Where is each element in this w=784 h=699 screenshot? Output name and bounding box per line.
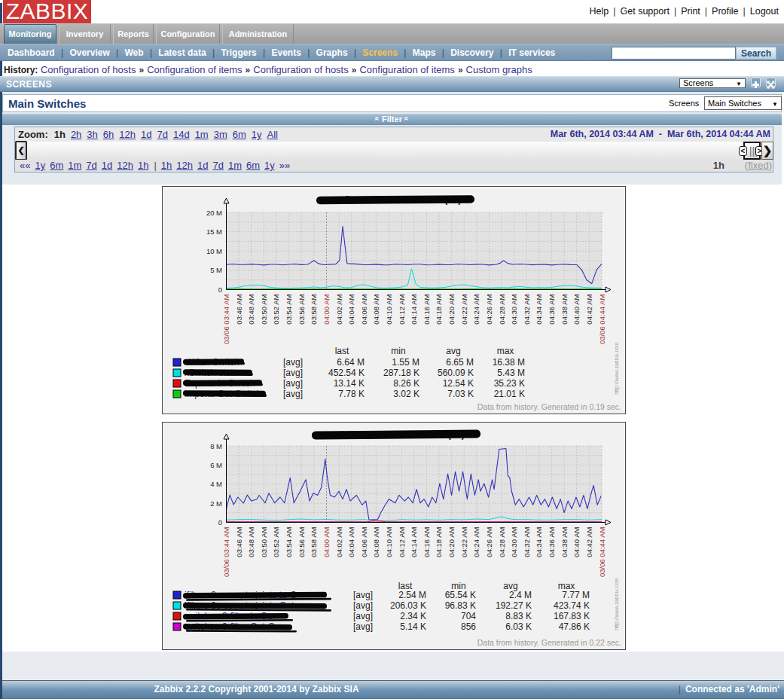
svg-text:206.03 K: 206.03 K	[390, 600, 426, 611]
svg-text:03:58 AM: 03:58 AM	[310, 527, 318, 557]
svg-text:min: min	[391, 346, 405, 356]
svg-text:2.34 K: 2.34 K	[400, 611, 426, 621]
svg-text:03:54 AM: 03:54 AM	[285, 527, 293, 557]
svg-text:5.14 K: 5.14 K	[400, 621, 426, 632]
svg-text:04:08 AM: 04:08 AM	[372, 527, 380, 557]
svg-text:04:10 AM: 04:10 AM	[385, 527, 393, 557]
svg-text:04:26 AM: 04:26 AM	[485, 527, 493, 557]
svg-text:03:54 AM: 03:54 AM	[285, 294, 293, 324]
svg-text:03:52 AM: 03:52 AM	[272, 294, 280, 324]
svg-text:03:56 AM: 03:56 AM	[297, 294, 306, 324]
svg-text:560.09 K: 560.09 K	[438, 368, 474, 378]
svg-text:423.74 K: 423.74 K	[554, 600, 590, 611]
svg-text:04:00 AM: 04:00 AM	[322, 294, 331, 324]
svg-text:last: last	[335, 346, 349, 356]
svg-text:16.38 M: 16.38 M	[493, 357, 525, 368]
svg-text:7.77 M: 7.77 M	[562, 590, 590, 600]
svg-text:03:50 AM: 03:50 AM	[260, 294, 268, 324]
svg-text:96.83 K: 96.83 K	[445, 600, 476, 611]
svg-text:04:40 AM: 04:40 AM	[572, 527, 581, 557]
svg-text:04:32 AM: 04:32 AM	[523, 294, 531, 324]
svg-text:452.54 K: 452.54 K	[328, 368, 365, 378]
svg-text:1.55 M: 1.55 M	[392, 357, 419, 368]
svg-text:03:48 AM: 03:48 AM	[247, 527, 255, 557]
svg-text:04:14 AM: 04:14 AM	[410, 294, 418, 324]
svg-text:13.14 K: 13.14 K	[334, 378, 365, 389]
svg-text:[avg]: [avg]	[353, 590, 373, 600]
svg-text:max: max	[497, 346, 514, 356]
svg-text:04:04 AM: 04:04 AM	[347, 527, 355, 557]
svg-text:8 M: 8 M	[210, 442, 222, 450]
svg-text:4 M: 4 M	[210, 480, 222, 488]
svg-text:03:56 AM: 03:56 AM	[297, 527, 306, 557]
svg-text:03/06 04:44 AM: 03/06 04:44 AM	[598, 294, 606, 344]
svg-text:03:46 AM: 03:46 AM	[235, 294, 243, 324]
svg-text:6.65 M: 6.65 M	[446, 357, 474, 368]
svg-text:04:10 AM: 04:10 AM	[385, 294, 393, 324]
svg-text:04:22 AM: 04:22 AM	[460, 294, 468, 324]
svg-text:20 M: 20 M	[206, 209, 222, 217]
svg-text:04:12 AM: 04:12 AM	[398, 294, 406, 324]
svg-text:8.26 K: 8.26 K	[393, 378, 419, 389]
svg-text:6 M: 6 M	[210, 461, 222, 469]
svg-text:[avg]: [avg]	[283, 378, 303, 389]
svg-text:03/06 03:44 AM: 03/06 03:44 AM	[222, 527, 230, 577]
svg-text:Data from history. Generated i: Data from history. Generated in 0.22 sec…	[477, 638, 621, 647]
svg-text:03/06 03:44 AM: 03/06 03:44 AM	[222, 294, 230, 344]
svg-text:04:24 AM: 04:24 AM	[472, 294, 480, 324]
svg-text:03:52 AM: 03:52 AM	[272, 527, 280, 557]
svg-text:15 M: 15 M	[206, 227, 222, 236]
svg-text:04:30 AM: 04:30 AM	[510, 527, 518, 557]
svg-text:Data from history. Generated i: Data from history. Generated in 0.19 sec…	[477, 402, 621, 411]
svg-text:04:08 AM: 04:08 AM	[372, 294, 380, 324]
svg-text:03:48 AM: 03:48 AM	[247, 294, 255, 324]
svg-text:7.03 K: 7.03 K	[447, 389, 474, 399]
svg-text:5.43 M: 5.43 M	[497, 368, 525, 378]
svg-text:[avg]: [avg]	[283, 368, 303, 378]
svg-text:2.4 M: 2.4 M	[509, 590, 532, 600]
svg-text:avg: avg	[446, 346, 460, 356]
svg-text:04:40 AM: 04:40 AM	[572, 294, 581, 324]
svg-text:04:18 AM: 04:18 AM	[435, 294, 443, 324]
svg-text:[avg]: [avg]	[283, 357, 303, 368]
svg-text:04:28 AM: 04:28 AM	[498, 527, 506, 557]
svg-text:2.54 M: 2.54 M	[398, 590, 426, 600]
svg-text:04:24 AM: 04:24 AM	[472, 527, 480, 557]
svg-text:[avg]: [avg]	[283, 389, 303, 399]
svg-text:04:36 AM: 04:36 AM	[548, 294, 556, 324]
svg-text:167.83 K: 167.83 K	[554, 611, 590, 621]
svg-text:04:30 AM: 04:30 AM	[510, 294, 518, 324]
svg-text:04:02 AM: 04:02 AM	[335, 294, 343, 324]
svg-text:04:34 AM: 04:34 AM	[535, 527, 543, 557]
svg-text:04:06 AM: 04:06 AM	[360, 294, 368, 324]
svg-text:287.18 K: 287.18 K	[383, 368, 419, 378]
svg-text:04:16 AM: 04:16 AM	[423, 527, 431, 557]
svg-text:04:18 AM: 04:18 AM	[435, 527, 443, 557]
svg-text:704: 704	[461, 611, 476, 621]
svg-text:04:20 AM: 04:20 AM	[447, 527, 456, 557]
svg-text:04:16 AM: 04:16 AM	[423, 294, 431, 324]
svg-text:04:14 AM: 04:14 AM	[410, 527, 418, 557]
svg-text:6.64 M: 6.64 M	[337, 357, 365, 368]
svg-text:192.27 K: 192.27 K	[496, 600, 532, 611]
svg-text:856: 856	[461, 621, 476, 632]
svg-text:65.54 K: 65.54 K	[445, 590, 476, 600]
svg-text:10 M: 10 M	[206, 247, 222, 255]
svg-text:04:22 AM: 04:22 AM	[460, 527, 468, 557]
svg-text:04:38 AM: 04:38 AM	[560, 294, 569, 324]
svg-text:04:02 AM: 04:02 AM	[335, 527, 343, 557]
svg-text:http://www.zabbix.com: http://www.zabbix.com	[614, 342, 620, 395]
svg-text:35.23 K: 35.23 K	[494, 378, 525, 389]
svg-text:47.86 K: 47.86 K	[559, 621, 590, 632]
svg-text:04:28 AM: 04:28 AM	[498, 294, 506, 324]
svg-text:04:12 AM: 04:12 AM	[398, 527, 406, 557]
svg-text:04:26 AM: 04:26 AM	[485, 294, 493, 324]
svg-text:04:20 AM: 04:20 AM	[447, 294, 456, 324]
svg-text:7.78 K: 7.78 K	[338, 389, 365, 399]
svg-text:04:38 AM: 04:38 AM	[560, 527, 569, 557]
svg-text:21.01 K: 21.01 K	[494, 389, 525, 399]
svg-text:8.83 K: 8.83 K	[505, 611, 532, 621]
svg-text:0: 0	[218, 518, 222, 527]
svg-text:04:36 AM: 04:36 AM	[548, 527, 556, 557]
svg-text:[avg]: [avg]	[353, 621, 373, 632]
